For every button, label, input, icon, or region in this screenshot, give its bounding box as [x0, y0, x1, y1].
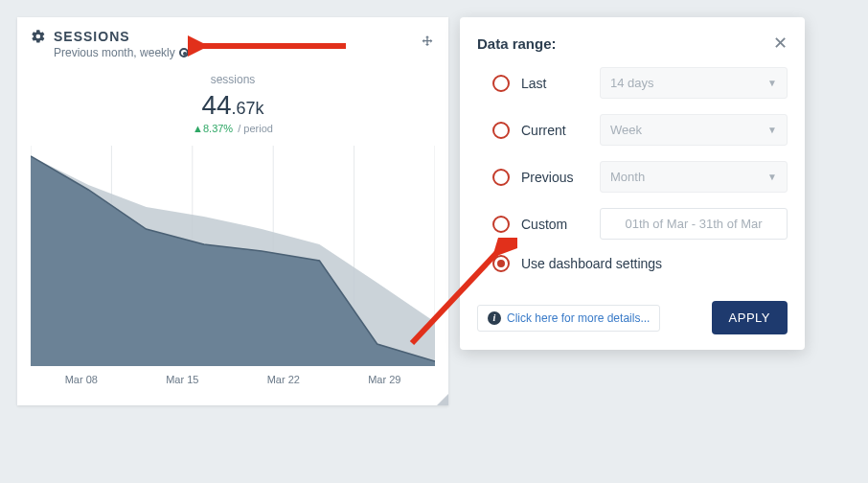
- radio-current[interactable]: [492, 122, 510, 139]
- radio-custom-label: Custom: [521, 217, 588, 232]
- select-previous-value: Month: [610, 170, 645, 184]
- close-icon: ✕: [773, 34, 788, 53]
- data-range-popover: Data range: ✕ Last 14 days ▼ Current Wee…: [460, 17, 805, 350]
- select-current-value: Week: [610, 123, 642, 137]
- option-current-row: Current Week ▼: [477, 114, 788, 146]
- radio-custom[interactable]: [492, 216, 510, 233]
- metric-value: 44.67k: [17, 90, 448, 121]
- gear-icon[interactable]: [31, 29, 46, 44]
- radio-previous[interactable]: [492, 169, 510, 186]
- chevron-down-icon: ▼: [767, 172, 777, 182]
- chevron-down-icon: ▼: [767, 78, 777, 88]
- popover-title: Data range:: [477, 35, 557, 52]
- chevron-down-icon: ▼: [767, 125, 777, 135]
- x-tick: Mar 08: [65, 374, 98, 385]
- radio-dashboard[interactable]: [492, 255, 510, 272]
- radio-last-label: Last: [521, 76, 588, 91]
- close-button[interactable]: ✕: [773, 33, 788, 54]
- chart-area: [31, 146, 435, 366]
- apply-button[interactable]: APPLY: [712, 301, 788, 334]
- select-previous[interactable]: Month ▼: [600, 161, 788, 193]
- card-header: SESSIONS Previous month, weekly: [17, 17, 448, 63]
- select-last[interactable]: 14 days ▼: [600, 67, 788, 99]
- select-current[interactable]: Week ▼: [600, 114, 788, 146]
- x-tick: Mar 29: [368, 374, 400, 385]
- metric-int: 44: [201, 90, 231, 120]
- select-last-value: 14 days: [610, 76, 654, 90]
- radio-current-label: Current: [521, 123, 588, 138]
- info-icon: i: [488, 311, 501, 325]
- metric-label: sessions: [17, 73, 448, 86]
- custom-date-input[interactable]: 01th of Mar - 31th of Mar: [600, 208, 788, 240]
- sessions-card: SESSIONS Previous month, weekly sessions…: [17, 17, 448, 405]
- radio-previous-label: Previous: [521, 170, 588, 185]
- option-dashboard-row: Use dashboard settings: [477, 255, 788, 272]
- metric-decimals: .67k: [232, 99, 264, 118]
- x-tick: Mar 22: [267, 374, 300, 385]
- metric-block: sessions 44.67k ▲8.37% / period: [17, 73, 448, 134]
- option-custom-row: Custom 01th of Mar - 31th of Mar: [477, 208, 788, 240]
- radio-last[interactable]: [492, 75, 510, 92]
- move-icon[interactable]: [420, 29, 435, 50]
- details-link-text: Click here for more details...: [507, 311, 650, 325]
- x-tick: Mar 15: [166, 374, 198, 385]
- change-value: 8.37%: [203, 123, 233, 134]
- resize-handle-icon[interactable]: [437, 394, 448, 405]
- change-arrow-icon: ▲: [193, 123, 203, 134]
- card-subtitle-text: Previous month, weekly: [54, 46, 175, 59]
- option-previous-row: Previous Month ▼: [477, 161, 788, 193]
- option-last-row: Last 14 days ▼: [477, 67, 788, 99]
- change-period: / period: [238, 123, 273, 134]
- details-link[interactable]: i Click here for more details...: [477, 305, 660, 332]
- sessions-chart: [31, 146, 435, 366]
- card-subtitle: Previous month, weekly: [54, 46, 420, 59]
- metric-change: ▲8.37% / period: [17, 123, 448, 134]
- radio-dashboard-label: Use dashboard settings: [521, 256, 662, 271]
- dashboard-settings-indicator-icon: [179, 48, 189, 58]
- card-title: SESSIONS: [54, 29, 130, 44]
- x-axis-labels: Mar 08 Mar 15 Mar 22 Mar 29: [31, 374, 435, 385]
- card-title-block: SESSIONS Previous month, weekly: [31, 29, 420, 59]
